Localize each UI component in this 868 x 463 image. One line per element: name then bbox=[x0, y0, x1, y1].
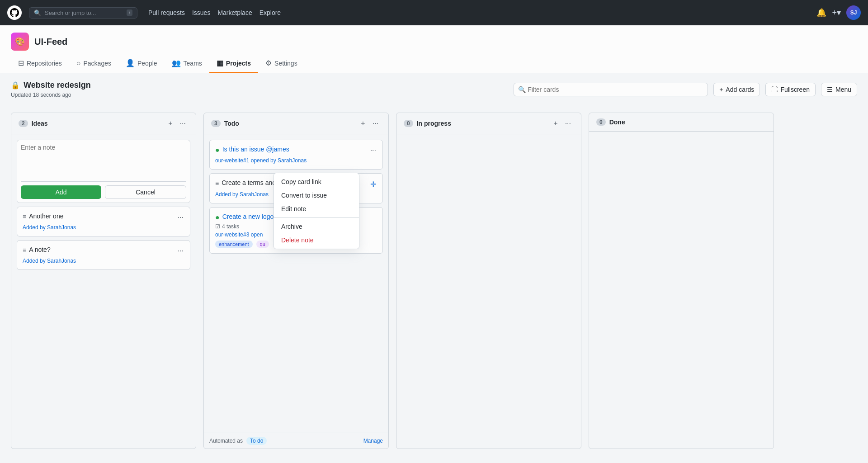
delete-note-label: Delete note bbox=[281, 236, 314, 244]
context-menu: Copy card link Convert to issue Edit not… bbox=[274, 173, 359, 249]
context-edit-note[interactable]: Edit note bbox=[274, 202, 359, 216]
context-menu-divider bbox=[274, 217, 359, 218]
edit-note-label: Edit note bbox=[281, 205, 306, 213]
convert-to-issue-label: Convert to issue bbox=[281, 192, 327, 199]
archive-label: Archive bbox=[281, 223, 302, 230]
context-delete-note[interactable]: Delete note bbox=[274, 233, 359, 247]
copy-card-link-label: Copy card link bbox=[281, 178, 321, 185]
context-copy-card-link[interactable]: Copy card link bbox=[274, 175, 359, 189]
context-archive[interactable]: Archive bbox=[274, 220, 359, 233]
context-convert-to-issue[interactable]: Convert to issue bbox=[274, 189, 359, 202]
context-menu-overlay[interactable] bbox=[0, 0, 868, 456]
